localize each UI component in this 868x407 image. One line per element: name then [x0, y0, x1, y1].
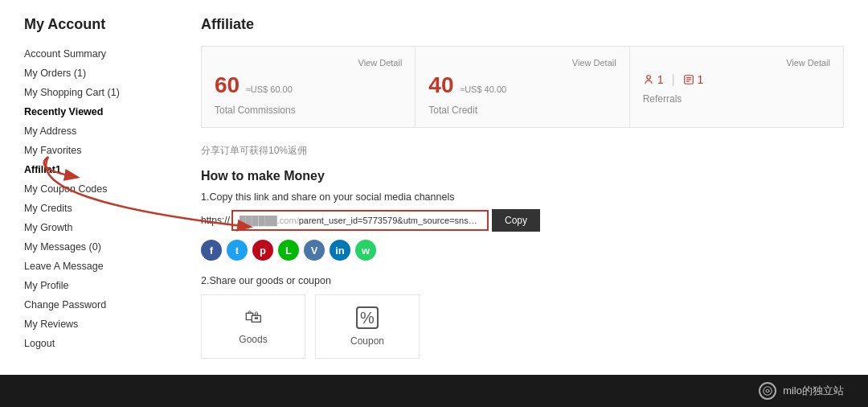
sidebar-item-my-reviews[interactable]: My Reviews — [24, 314, 169, 334]
social-btn-whatsapp[interactable]: w — [355, 240, 376, 261]
content-title: Affiliate — [201, 16, 844, 33]
stat-label-credit: Total Credit — [428, 105, 616, 116]
sidebar-item-my-shopping-cart[interactable]: My Shopping Cart (1) — [24, 83, 169, 102]
referral-icons: 1 | 1 — [643, 72, 830, 87]
sidebar-item-my-growth[interactable]: My Growth — [24, 218, 169, 237]
sidebar-title: My Account — [24, 16, 169, 33]
link-domain: ██████.com/ — [240, 216, 299, 225]
referral-order-group: 1 — [683, 73, 704, 86]
social-btn-facebook[interactable]: f — [201, 240, 222, 261]
sidebar-item-my-messages[interactable]: My Messages (0) — [24, 237, 169, 257]
step2-label: 2.Share our goods or coupon — [201, 275, 844, 286]
logo-icon — [762, 385, 773, 397]
footer-brand: milo的独立站 — [759, 382, 844, 400]
goods-card-coupon[interactable]: % Coupon — [315, 294, 420, 359]
goods-icon: 🛍 — [244, 306, 262, 327]
stat-label-commissions: Total Commissions — [215, 105, 402, 116]
sidebar-item-my-coupon-codes[interactable]: My Coupon Codes — [24, 179, 169, 199]
referral-person-group: 1 — [643, 73, 664, 86]
affiliate-link-box[interactable]: ██████.com/parent_user_id=5773579&utm_so… — [231, 210, 489, 231]
view-detail-credit[interactable]: View Detail — [428, 58, 616, 68]
footer-logo — [759, 382, 776, 400]
sidebar-nav: Account SummaryMy Orders (1)My Shopping … — [24, 44, 169, 353]
stat-value-commissions: 60 ≈US$ 60.00 — [215, 72, 402, 98]
sidebar-item-my-favorites[interactable]: My Favorites — [24, 141, 169, 160]
social-btn-twitter[interactable]: t — [227, 240, 248, 261]
social-btn-vk[interactable]: V — [304, 240, 325, 261]
link-row: https:// ██████.com/parent_user_id=57735… — [201, 209, 844, 232]
svg-point-2 — [646, 76, 650, 80]
coupon-label: Coupon — [350, 335, 384, 347]
order-icon — [683, 74, 694, 85]
link-prefix: https:// — [201, 215, 230, 226]
stat-card-referrals: View Detail 1 | — [630, 47, 843, 127]
view-detail-referrals[interactable]: View Detail — [643, 58, 830, 68]
stat-card-commissions: View Detail 60 ≈US$ 60.00 Total Commissi… — [202, 47, 416, 127]
sidebar-item-change-password[interactable]: Change Password — [24, 295, 169, 314]
sidebar: My Account Account SummaryMy Orders (1)M… — [24, 16, 185, 359]
social-row: ftpLVinw — [201, 240, 844, 261]
stat-label-referrals: Referrals — [643, 93, 830, 105]
footer-text: milo的独立站 — [783, 384, 844, 398]
person-icon — [643, 74, 654, 85]
sidebar-item-my-profile[interactable]: My Profile — [24, 276, 169, 295]
footer-bar: milo的独立站 — [0, 375, 868, 407]
referral-order-count: 1 — [698, 73, 704, 86]
sidebar-item-my-orders[interactable]: My Orders (1) — [24, 64, 169, 83]
social-btn-line[interactable]: L — [278, 240, 299, 261]
share-note: 分享订单可获得10%返佣 — [201, 144, 844, 158]
link-params: parent_user_id=5773579&utm_source=sns_sh… — [299, 216, 489, 225]
stat-value-credit: 40 ≈US$ 40.00 — [428, 72, 616, 98]
view-detail-commissions[interactable]: View Detail — [215, 58, 402, 68]
referral-person-count: 1 — [657, 73, 664, 86]
coupon-icon: % — [356, 306, 379, 329]
stat-card-credit: View Detail 40 ≈US$ 40.00 Total Credit — [416, 47, 629, 127]
social-btn-linkedin[interactable]: in — [330, 240, 350, 261]
sidebar-item-affiliat1[interactable]: Affiliat1 — [24, 160, 169, 179]
referral-divider: | — [671, 72, 674, 87]
copy-button[interactable]: Copy — [492, 209, 540, 232]
sidebar-item-logout[interactable]: Logout — [24, 334, 169, 353]
goods-row: 🛍 Goods % Coupon — [201, 294, 844, 359]
step1-label: 1.Copy this link and share on your socia… — [201, 191, 844, 203]
sidebar-item-account-summary[interactable]: Account Summary — [24, 44, 169, 64]
goods-card-goods[interactable]: 🛍 Goods — [201, 294, 305, 359]
sidebar-item-my-credits[interactable]: My Credits — [24, 199, 169, 218]
svg-point-7 — [764, 387, 772, 396]
how-to-heading: How to make Money — [201, 169, 844, 183]
stats-row: View Detail 60 ≈US$ 60.00 Total Commissi… — [201, 46, 844, 128]
sidebar-item-my-address[interactable]: My Address — [24, 121, 169, 141]
social-btn-pinterest[interactable]: p — [252, 240, 273, 261]
sidebar-item-recently-viewed[interactable]: Recently Viewed — [24, 102, 169, 121]
goods-label: Goods — [239, 334, 267, 345]
content-area: Affiliate View Detail 60 ≈US$ 60.00 Tota… — [185, 16, 844, 359]
sidebar-item-leave-message[interactable]: Leave A Message — [24, 257, 169, 276]
page-wrapper: My Account Account SummaryMy Orders (1)M… — [0, 0, 868, 407]
